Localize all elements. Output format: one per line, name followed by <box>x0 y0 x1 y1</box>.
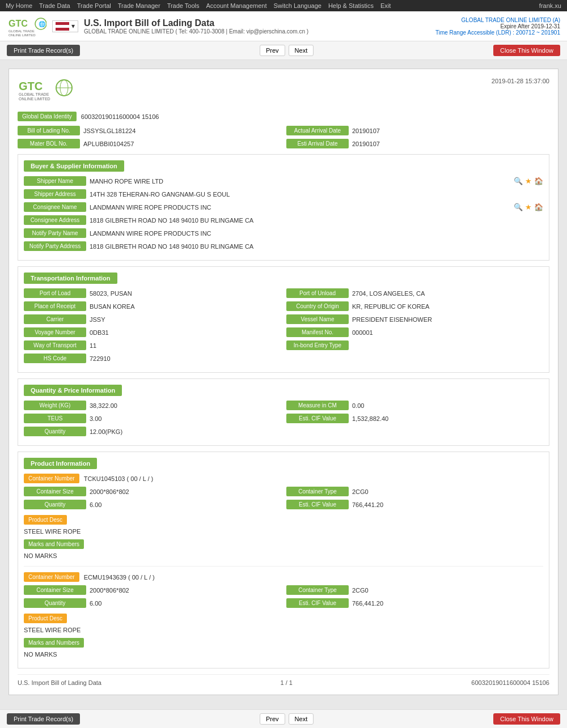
port-of-unload-value: 2704, LOS ANGELES, CA <box>352 290 425 297</box>
esti-cif-value: 1,532,882.40 <box>352 415 388 422</box>
consignee-address-row: Consignee Address 1818 GILBRETH ROAD NO … <box>24 215 543 225</box>
consignee-home-icon[interactable]: 🏠 <box>534 203 543 211</box>
in-bond-entry-label: In-bond Entry Type <box>286 340 349 350</box>
container-1-cif-item: Esti. CIF Value 766,441.20 <box>286 500 543 509</box>
port-of-load-value: 58023, PUSAN <box>90 290 132 297</box>
measure-value: 0.00 <box>352 402 364 409</box>
teus-cif-row: TEUS 3.00 Esti. CIF Value 1,532,882.40 <box>24 414 543 423</box>
weight-item: Weight (KG) 38,322.00 <box>24 401 281 410</box>
place-of-receipt-label: Place of Receipt <box>24 301 86 311</box>
container-2-size-type-row: Container Size 2000*806*802 Container Ty… <box>24 585 543 595</box>
nav-trade-manager[interactable]: Trade Manager <box>118 2 160 9</box>
company-info: GLOBAL TRADE ONLINE LIMITED ( Tel: 400-7… <box>84 28 308 35</box>
way-of-transport-value: 11 <box>90 342 96 349</box>
close-button-bottom[interactable]: Close This Window <box>493 713 560 725</box>
port-of-unload-label: Port of Unload <box>286 288 349 298</box>
consignee-star-icon[interactable]: ★ <box>525 203 532 211</box>
esti-cif-label: Esti. CIF Value <box>286 414 349 423</box>
next-button-bottom[interactable]: Next <box>289 713 314 725</box>
notify-party-address-value: 1818 GILBRETH ROAD NO 148 94010 BU RLING… <box>90 243 253 250</box>
container-2-qty-value: 6.00 <box>90 600 101 607</box>
prev-button-top[interactable]: Prev <box>260 45 285 56</box>
nav-switch-language[interactable]: Switch Language <box>274 2 321 9</box>
marks-label-1: Marks and Numbers <box>24 539 84 549</box>
receipt-origin-row: Place of Receipt BUSAN KOREA Country of … <box>24 301 543 311</box>
country-of-origin-value: KR, REPUBLIC OF KOREA <box>352 303 429 310</box>
nav-my-home[interactable]: My Home <box>6 2 32 9</box>
way-of-transport-label: Way of Transport <box>24 340 86 350</box>
container-size-label-2: Container Size <box>24 585 86 595</box>
voyage-number-label: Voyage Number <box>24 327 86 337</box>
container-1-number-row: Container Number TCKU1045103 ( 00 / L / … <box>24 474 543 483</box>
container-type-label-2: Container Type <box>286 585 349 595</box>
port-of-load-item: Port of Load 58023, PUSAN <box>24 288 281 298</box>
shipper-name-label: Shipper Name <box>24 176 86 186</box>
container-1-type-value: 2CG0 <box>352 488 369 495</box>
container-2-number-value: ECMU1943639 ( 00 / L / ) <box>84 574 155 581</box>
star-icon[interactable]: ★ <box>525 177 532 185</box>
nav-exit[interactable]: Exit <box>380 2 391 9</box>
close-button-top[interactable]: Close This Window <box>493 45 560 56</box>
search-icon[interactable]: 🔍 <box>514 177 523 185</box>
consignee-name-row: Consignee Name LANDMANN WIRE ROPE PRODUC… <box>24 202 543 212</box>
print-button-top[interactable]: Print Trade Record(s) <box>7 45 80 56</box>
product-desc-2-value: STEEL WIRE ROPE <box>24 627 543 633</box>
quantity-value: 12.00(PKG) <box>90 428 122 435</box>
mater-bol-item: Mater BOL No. APLUBBI0104257 <box>18 139 281 148</box>
product-desc-label-2: Product Desc <box>24 614 67 623</box>
nav-help-statistics[interactable]: Help & Statistics <box>328 2 374 9</box>
container-1-qty-cif-row: Quantity 6.00 Esti. CIF Value 766,441.20 <box>24 500 543 509</box>
global-data-identity-value: 60032019011600004 15106 <box>81 113 159 120</box>
transportation-section: Transportation Information Port of Load … <box>18 266 549 373</box>
svg-text:🌐: 🌐 <box>39 20 46 28</box>
container-cif-label-1: Esti. CIF Value <box>286 500 349 509</box>
voyage-manifest-row: Voyage Number 0DB31 Manifest No. 000001 <box>24 327 543 337</box>
container-1-size-value: 2000*806*802 <box>90 488 129 495</box>
user-name: frank.xu <box>539 2 561 9</box>
teus-value: 3.00 <box>90 415 101 422</box>
nav-menu[interactable]: My Home Trade Data Trade Portal Trade Ma… <box>6 2 391 9</box>
marks-label-2: Marks and Numbers <box>24 638 84 648</box>
svg-text:ONLINE LIMITED: ONLINE LIMITED <box>19 97 50 101</box>
place-of-receipt-value: BUSAN KOREA <box>90 303 134 310</box>
card-footer-id: 60032019011600004 15106 <box>471 679 549 686</box>
container-1-cif-value: 766,441.20 <box>352 501 383 508</box>
esti-cif-item: Esti. CIF Value 1,532,882.40 <box>286 414 543 423</box>
product-info-header: Product Information <box>24 458 97 469</box>
print-button-bottom[interactable]: Print Trade Record(s) <box>7 713 80 725</box>
consignee-search-icon[interactable]: 🔍 <box>514 203 523 211</box>
shipper-address-row: Shipper Address 14TH 328 TEHERAN-RO GANG… <box>24 189 543 199</box>
notify-party-name-value: LANDMANN WIRE ROPE PRODUCTS INC <box>90 230 211 237</box>
header-left: GTC GLOBAL TRADE ONLINE LIMITED 🌐 ▾ U.S.… <box>7 15 308 37</box>
nav-trade-portal[interactable]: Trade Portal <box>77 2 111 9</box>
container-number-label-1: Container Number <box>24 474 79 483</box>
port-of-load-label: Port of Load <box>24 288 86 298</box>
bill-of-lading-value: JSSYSLGL181224 <box>83 127 136 134</box>
flag-selector[interactable]: ▾ <box>52 20 78 32</box>
next-button-top[interactable]: Next <box>289 45 314 56</box>
nav-trade-data[interactable]: Trade Data <box>39 2 70 9</box>
svg-text:ONLINE LIMITED: ONLINE LIMITED <box>9 33 36 37</box>
home-icon[interactable]: 🏠 <box>534 177 543 185</box>
teus-item: TEUS 3.00 <box>24 414 281 423</box>
time-range: Time Range Accessible (LDR) : 200712 ~ 2… <box>435 29 560 36</box>
prev-button-bottom[interactable]: Prev <box>260 713 285 725</box>
carrier-value: JSSY <box>90 316 105 323</box>
nav-trade-tools[interactable]: Trade Tools <box>167 2 200 9</box>
manifest-no-value: 000001 <box>352 329 373 336</box>
nav-account-management[interactable]: Account Management <box>206 2 267 9</box>
carrier-item: Carrier JSSY <box>24 314 281 324</box>
consignee-address-label: Consignee Address <box>24 215 86 225</box>
voyage-number-value: 0DB31 <box>90 329 109 336</box>
container-1-qty-value: 6.00 <box>90 501 101 508</box>
container-2-qty-item: Quantity 6.00 <box>24 598 281 608</box>
nav-buttons-top: Prev Next <box>260 45 314 56</box>
page-title: U.S. Import Bill of Lading Data <box>84 18 308 28</box>
container-1-number-value: TCKU1045103 ( 00 / L / ) <box>84 475 154 482</box>
marks-2-value: NO MARKS <box>24 651 543 658</box>
container-2: Container Number ECMU1943639 ( 00 / L / … <box>24 566 543 658</box>
notify-party-address-row: Notify Party Address 1818 GILBRETH ROAD … <box>24 241 543 251</box>
weight-measure-row: Weight (KG) 38,322.00 Measure in CM 0.00 <box>24 401 543 410</box>
weight-value: 38,322.00 <box>90 402 117 409</box>
place-of-receipt-item: Place of Receipt BUSAN KOREA <box>24 301 281 311</box>
